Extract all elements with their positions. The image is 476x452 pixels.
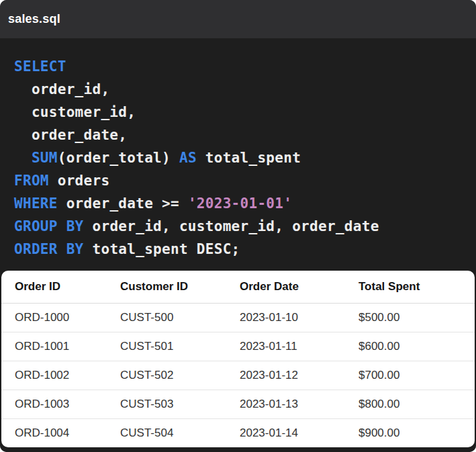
code-line: WHERE order_date >= '2023-01-01' [14,192,469,215]
table-row: ORD-1004CUST-5042023-01-14$900.00 [1,419,475,447]
code-line: SUM(order_total) AS total_spent [14,146,469,169]
table-row: ORD-1001CUST-5012023-01-11$600.00 [1,332,475,361]
sql-editor[interactable]: SELECT order_id, customer_id, order_date… [0,38,476,271]
file-title: sales.sql [8,12,60,26]
table-cell: ORD-1000 [1,304,120,332]
code-token-plain: total_spent DESC; [84,241,240,257]
code-line: GROUP BY order_id, customer_id, order_da… [14,215,469,238]
code-token-kw: GROUP BY [14,218,84,234]
code-block: SELECT order_id, customer_id, order_date… [14,55,469,261]
table-cell: $800.00 [359,390,475,419]
sql-file-window: sales.sql SELECT order_id, customer_id, … [0,0,476,452]
column-header: Total Spent [359,271,475,304]
code-token-plain: customer_id, [14,104,136,120]
table-header-row: Order IDCustomer IDOrder DateTotal Spent [1,271,475,304]
table-cell: 2023-01-12 [240,361,359,390]
table-body: ORD-1000CUST-5002023-01-10$500.00ORD-100… [1,304,475,447]
code-line: order_date, [14,124,469,146]
code-line: ORDER BY total_spent DESC; [14,238,469,261]
code-token-kw: ORDER BY [14,241,84,257]
code-line: order_id, [14,78,469,101]
table-cell: ORD-1002 [1,361,120,390]
table-cell: 2023-01-13 [240,390,359,419]
column-header: Order Date [240,271,359,304]
code-line: customer_id, [14,101,469,124]
results-table: Order IDCustomer IDOrder DateTotal Spent… [1,271,475,447]
code-token-plain: order_date, [14,127,127,143]
table-cell: CUST-503 [120,390,240,419]
table-cell: ORD-1004 [1,419,120,447]
table-row: ORD-1000CUST-5002023-01-10$500.00 [1,304,475,332]
table-cell: $600.00 [359,332,475,361]
table-cell: CUST-500 [120,304,240,332]
table-row: ORD-1002CUST-5022023-01-12$700.00 [1,361,475,390]
table-row: ORD-1003CUST-5032023-01-13$800.00 [1,390,475,419]
table-cell: $900.00 [359,419,475,447]
column-header: Order ID [1,271,120,304]
window-titlebar: sales.sql [0,0,476,38]
table-cell: CUST-502 [120,361,240,390]
code-token-plain: orders [49,173,110,189]
code-line: SELECT [14,55,469,78]
column-header: Customer ID [120,271,240,304]
table-cell: 2023-01-10 [240,304,359,332]
code-token-str: '2023-01-01' [188,195,292,212]
code-token-kw: WHERE [14,195,58,212]
code-token-kw: SUM [32,150,58,166]
code-token-plain: order_date >= [58,195,188,212]
code-token-plain: order_id, customer_id, order_date [84,218,379,234]
table-cell: CUST-501 [120,332,240,361]
code-token-plain: total_spent [197,150,301,166]
code-token-kw: AS [179,150,197,166]
table-cell: ORD-1001 [1,332,120,361]
results-panel: Order IDCustomer IDOrder DateTotal Spent… [0,271,476,452]
code-token-plain: (order_total) [58,150,179,166]
table-cell: CUST-504 [120,419,240,447]
table-cell: $700.00 [359,361,475,390]
table-cell: ORD-1003 [1,390,120,419]
table-cell: 2023-01-11 [240,332,359,361]
table-cell: 2023-01-14 [240,419,359,447]
code-token-plain: order_id, [14,81,109,97]
code-token-kw: FROM [14,173,49,189]
code-token-plain [14,150,32,166]
code-token-kw: SELECT [14,58,66,75]
table-cell: $500.00 [359,304,475,332]
code-line: FROM orders [14,169,469,192]
